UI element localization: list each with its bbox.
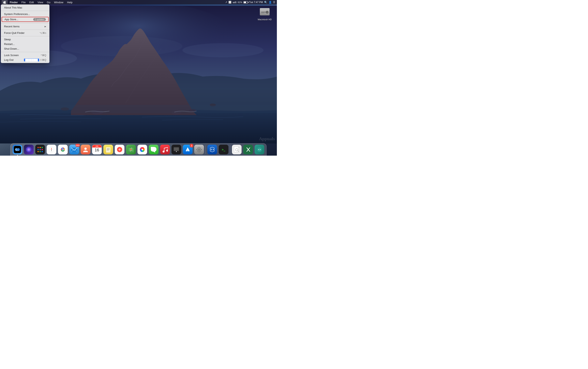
dock-appstore[interactable]: 2 (182, 144, 193, 155)
log-out-shortcut: ⇧⌘Q (40, 59, 46, 62)
dock-xcode[interactable] (207, 144, 217, 155)
svg-point-15 (267, 11, 268, 13)
svg-point-76 (259, 149, 260, 150)
svg-point-57 (163, 151, 165, 153)
dock-system-preferences[interactable] (194, 144, 204, 155)
menubar-help[interactable]: Help (65, 0, 74, 4)
user-icon[interactable]: 👤 (268, 1, 272, 4)
svg-point-46 (84, 147, 87, 150)
submenu-arrow: ▶ (45, 25, 46, 28)
macintosh-hd-icon[interactable]: Macintosh HD (257, 6, 273, 21)
menu-separator-1 (1, 11, 50, 11)
dock-separator (206, 145, 206, 154)
dock-terminal[interactable]: >_ (218, 144, 229, 155)
menu-log-out[interactable]: Log Out ████████ ⇧⌘Q (1, 58, 50, 62)
menu-about-this-mac[interactable]: About This Mac (1, 5, 50, 10)
menu-app-store[interactable]: App Store... 2 updates (2, 17, 49, 22)
menubar-file[interactable]: File (20, 0, 27, 4)
dock-contacts[interactable] (80, 144, 91, 155)
monitor-icon: ⬜ (228, 1, 231, 4)
dock-siri[interactable] (23, 144, 34, 155)
dock-safari[interactable] (46, 144, 57, 155)
svg-point-62 (198, 149, 200, 150)
svg-rect-47 (106, 147, 111, 153)
svg-rect-63 (199, 147, 199, 148)
svg-rect-60 (174, 147, 179, 151)
dock-photos[interactable] (137, 144, 148, 155)
battery-level: 61% (238, 1, 242, 3)
svg-rect-65 (196, 149, 197, 150)
menu-restart[interactable]: Restart... (1, 42, 50, 46)
menu-recent-items[interactable]: Recent Items ▶ (1, 24, 50, 29)
svg-marker-72 (238, 146, 240, 148)
svg-rect-67 (197, 147, 198, 149)
menubar-edit[interactable]: Edit (28, 0, 35, 4)
app-store-badge: 2 updates (33, 18, 46, 21)
svg-rect-17 (261, 13, 264, 13)
dock-messages[interactable] (148, 144, 159, 155)
lock-screen-shortcut: ^⌘Q (41, 54, 46, 57)
svg-point-55 (130, 149, 132, 150)
dock-excel[interactable] (243, 144, 253, 155)
dock-finder[interactable] (12, 144, 23, 155)
dock-notes[interactable] (103, 144, 113, 155)
menubar: Finder File Edit View Go Window Help ↗ ⬜… (0, 0, 277, 4)
menubar-finder[interactable]: Finder (8, 0, 20, 4)
svg-point-31 (38, 151, 39, 152)
svg-rect-10 (0, 105, 277, 113)
dock-chrome[interactable] (58, 144, 68, 155)
wifi-icon: wifi (233, 1, 237, 4)
svg-point-25 (38, 147, 39, 148)
dock-maps[interactable] (126, 144, 136, 155)
svg-point-58 (166, 150, 168, 152)
menu-separator-3 (1, 30, 50, 30)
menu-separator-4 (1, 36, 50, 36)
datetime[interactable]: Tue 7:47 PM (249, 1, 263, 4)
menubar-left: Finder File Edit View Go Window Help (2, 0, 74, 4)
svg-rect-16 (261, 12, 266, 12)
menubar-go[interactable]: Go (45, 0, 52, 4)
dock-launchpad[interactable] (35, 144, 45, 155)
menubar-view[interactable]: View (36, 0, 45, 4)
control-center-icon[interactable]: ☰ (273, 1, 275, 4)
svg-point-24 (18, 149, 19, 149)
svg-point-30 (41, 149, 43, 150)
logout-username-highlight: ████████ (24, 59, 39, 62)
dock-music[interactable] (160, 144, 170, 155)
dock-reminders[interactable] (114, 144, 125, 155)
svg-point-29 (40, 149, 41, 150)
menu-force-quit[interactable]: Force Quit Finder ⌥⌘⎋ (1, 31, 50, 35)
dock-calendar[interactable]: JUN 16 (92, 144, 102, 155)
svg-rect-66 (201, 149, 202, 150)
location-icon: ↗ (225, 1, 227, 4)
svg-point-23 (16, 149, 16, 149)
force-quit-shortcut: ⌥⌘⎋ (40, 32, 46, 34)
svg-point-33 (41, 151, 43, 152)
apple-menu-button[interactable] (2, 0, 8, 4)
menu-system-preferences[interactable]: System Preferences... (1, 12, 50, 16)
appstore-badge: 2 (190, 144, 193, 147)
svg-rect-68 (200, 147, 201, 149)
svg-point-32 (40, 151, 41, 152)
menu-sleep[interactable]: Sleep (1, 37, 50, 42)
dock-preview[interactable] (231, 144, 242, 155)
dock-tv[interactable] (171, 144, 182, 155)
dock-mail[interactable]: 2593 (69, 144, 80, 155)
menu-lock-screen[interactable]: Lock Screen ^⌘Q (1, 53, 50, 58)
svg-rect-70 (200, 150, 201, 152)
battery-icon (243, 1, 248, 3)
menubar-right: ↗ ⬜ wifi 61% Tue 7:47 PM 🔍 👤 ☰ (225, 1, 275, 4)
svg-point-3 (182, 43, 264, 57)
search-icon[interactable]: 🔍 (264, 1, 267, 4)
macintosh-hd-label: Macintosh HD (258, 18, 272, 21)
menu-shutdown[interactable]: Shut Down... (1, 46, 50, 51)
apple-menu-dropdown: About This Mac System Preferences... App… (1, 4, 50, 63)
watermark: Appuals (259, 136, 275, 142)
svg-rect-13 (260, 9, 269, 11)
dock-appcleaner[interactable] (254, 144, 265, 155)
menubar-window[interactable]: Window (52, 0, 65, 4)
svg-rect-69 (197, 150, 198, 152)
svg-point-28 (38, 149, 39, 150)
svg-rect-64 (199, 151, 199, 152)
svg-point-27 (41, 147, 43, 148)
